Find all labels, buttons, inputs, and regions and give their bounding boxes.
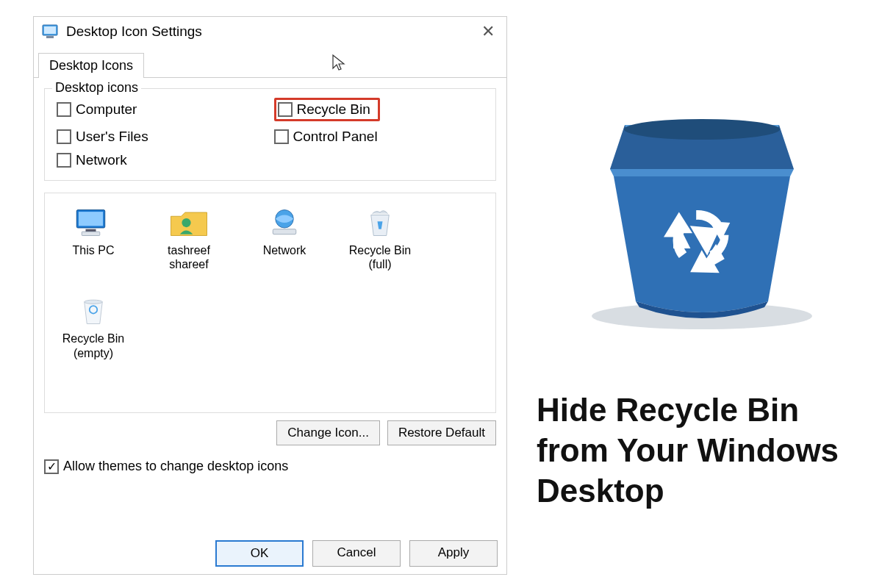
icon-buttons-row: Change Icon... Restore Default: [44, 420, 496, 445]
checkbox-network[interactable]: Network: [57, 152, 267, 168]
icon-label: Recycle Bin (empty): [57, 331, 130, 359]
icon-user-folder[interactable]: tashreef shareef: [152, 205, 226, 271]
hero-headline: Hide Recycle Bin from Your Windows Deskt…: [537, 390, 867, 511]
network-icon: [262, 205, 306, 240]
dialog-buttons: OK Cancel Apply: [215, 540, 498, 567]
icon-recycle-full[interactable]: Recycle Bin (full): [343, 205, 417, 271]
icon-label: tashreef shareef: [152, 243, 226, 271]
checkbox-label: Control Panel: [293, 129, 378, 145]
checkbox-allow-themes[interactable]: ✓ Allow themes to change desktop icons: [44, 459, 496, 474]
tab-desktop-icons[interactable]: Desktop Icons: [38, 53, 144, 78]
recycle-bin-full-icon: [358, 205, 402, 240]
close-icon[interactable]: ✕: [477, 22, 499, 41]
svg-point-12: [624, 119, 780, 140]
group-legend: Desktop icons: [52, 80, 141, 96]
change-icon-button[interactable]: Change Icon...: [276, 420, 380, 445]
app-icon: [41, 23, 59, 40]
icon-label: Network: [248, 243, 321, 257]
icon-this-pc[interactable]: This PC: [57, 205, 130, 271]
svg-point-10: [85, 301, 103, 304]
checkbox-users-files[interactable]: User's Files: [57, 129, 267, 145]
icon-preview-box: This PC tashreef shareef: [44, 193, 496, 413]
checkbox-label: User's Files: [76, 129, 148, 145]
desktop-icon-settings-dialog: Desktop Icon Settings ✕ Desktop Icons De…: [33, 16, 507, 575]
svg-rect-2: [46, 36, 54, 38]
computer-icon: [71, 205, 115, 240]
svg-rect-4: [79, 212, 103, 226]
icon-network[interactable]: Network: [248, 205, 321, 271]
tab-panel: Desktop icons Computer Recycle Bin User'…: [34, 78, 506, 474]
svg-rect-1: [44, 26, 56, 34]
icon-label: Recycle Bin (full): [343, 243, 417, 271]
titlebar: Desktop Icon Settings ✕: [34, 17, 506, 46]
desktop-icons-group: Desktop icons Computer Recycle Bin User'…: [44, 88, 496, 181]
checkbox-label: Computer: [76, 101, 137, 118]
cancel-button[interactable]: Cancel: [312, 540, 401, 567]
checkbox-recycle-bin[interactable]: Recycle Bin: [274, 98, 380, 121]
recycle-bin-illustration: [573, 96, 831, 331]
icon-recycle-empty[interactable]: Recycle Bin (empty): [57, 293, 130, 359]
recycle-bin-empty-icon: [71, 293, 115, 329]
ok-button[interactable]: OK: [215, 540, 304, 567]
folder-user-icon: [167, 205, 211, 240]
checkbox-label: Network: [76, 152, 127, 168]
checkbox-label: Recycle Bin: [297, 101, 370, 118]
icon-label: This PC: [57, 243, 130, 257]
svg-rect-9: [273, 229, 296, 234]
svg-rect-6: [82, 232, 100, 235]
svg-point-7: [182, 218, 190, 227]
svg-rect-5: [86, 229, 96, 232]
tabstrip: Desktop Icons: [34, 52, 506, 78]
restore-default-button[interactable]: Restore Default: [387, 420, 496, 445]
checkbox-control-panel[interactable]: Control Panel: [274, 129, 484, 145]
checkbox-computer[interactable]: Computer: [57, 98, 267, 121]
apply-button[interactable]: Apply: [409, 540, 498, 567]
checkbox-label: Allow themes to change desktop icons: [63, 459, 288, 474]
dialog-title: Desktop Icon Settings: [66, 24, 477, 40]
